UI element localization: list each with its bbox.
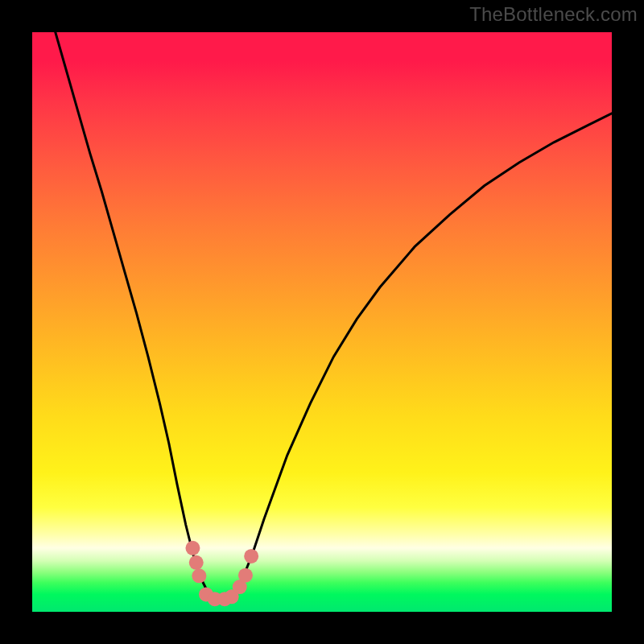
watermark-text: TheBottleneck.com bbox=[469, 3, 638, 26]
curve-svg bbox=[32, 32, 612, 612]
curve-right bbox=[217, 114, 612, 601]
curve-marker bbox=[244, 549, 258, 564]
curve-marker bbox=[185, 541, 200, 555]
curve-marker bbox=[238, 568, 253, 583]
chart-frame: TheBottleneck.com bbox=[0, 0, 644, 644]
curve-marker bbox=[192, 568, 206, 583]
curve-marker bbox=[189, 555, 204, 570]
plot-area bbox=[32, 32, 612, 612]
marker-group bbox=[185, 541, 258, 606]
curve-left bbox=[56, 32, 218, 601]
